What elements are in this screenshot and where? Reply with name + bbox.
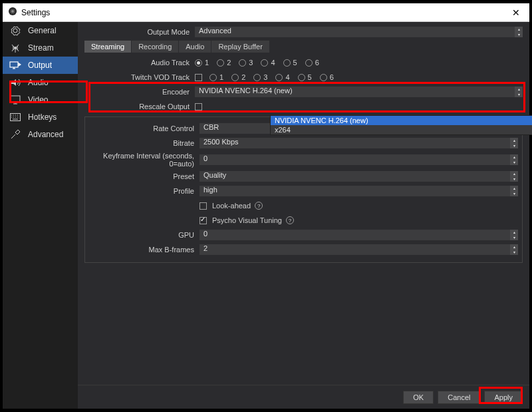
sidebar: General Stream Output Audio Video Hotkey… xyxy=(3,22,78,409)
window-title: Settings xyxy=(21,8,50,17)
twitch-vod-radio-6[interactable] xyxy=(320,74,327,81)
tab-audio[interactable]: Audio xyxy=(179,41,211,53)
help-icon[interactable]: ? xyxy=(286,216,294,224)
keyframe-label: Keyframe Interval (seconds, 0=auto) xyxy=(89,152,200,168)
sidebar-item-output[interactable]: Output xyxy=(3,57,78,74)
tab-recording[interactable]: Recording xyxy=(132,41,178,53)
ok-button[interactable]: OK xyxy=(403,391,434,404)
titlebar: Settings ✕ xyxy=(3,3,529,22)
twitch-vod-label: Twitch VOD Track xyxy=(84,73,195,81)
svg-point-2 xyxy=(11,10,14,13)
sidebar-item-general[interactable]: General xyxy=(3,22,78,39)
twitch-vod-radio-2[interactable] xyxy=(231,74,239,81)
svg-rect-5 xyxy=(10,62,18,67)
twitch-vod-enable[interactable] xyxy=(195,74,202,81)
sidebar-item-label: Audio xyxy=(28,78,49,87)
spinner-icon[interactable]: ▴▾ xyxy=(510,230,518,240)
sidebar-item-hotkeys[interactable]: Hotkeys xyxy=(3,108,78,126)
keyboard-icon xyxy=(9,111,21,123)
twitch-vod-radio-1[interactable] xyxy=(209,74,217,81)
keyframe-input[interactable]: 0▴▾ xyxy=(200,154,518,165)
audio-track-radio-3[interactable] xyxy=(239,59,246,67)
window-body: General Stream Output Audio Video Hotkey… xyxy=(3,22,529,409)
sidebar-item-label: Output xyxy=(28,61,52,70)
settings-window: Settings ✕ General Stream Output Audio xyxy=(3,3,529,409)
output-icon xyxy=(9,59,21,71)
audio-track-label: Audio Track xyxy=(84,59,195,67)
chevron-updown-icon: ▴▾ xyxy=(510,186,518,196)
tab-streaming[interactable]: Streaming xyxy=(84,41,131,53)
rescale-checkbox[interactable] xyxy=(195,103,202,110)
rescale-label: Rescale Output xyxy=(84,103,195,110)
sidebar-item-label: Advanced xyxy=(28,130,63,139)
gear-icon xyxy=(9,25,21,37)
sidebar-item-stream[interactable]: Stream xyxy=(3,39,78,57)
output-mode-label: Output Mode xyxy=(84,28,195,36)
audio-track-radio-5[interactable] xyxy=(283,59,291,67)
audio-track-radio-6[interactable] xyxy=(305,59,313,67)
output-mode-select[interactable]: Advanced ▴▾ xyxy=(195,27,523,37)
encoder-settings-panel: Rate Control CBR▴▾ Bitrate 2500 Kbps▴▾ K… xyxy=(84,116,523,263)
obs-icon xyxy=(8,7,21,19)
spinner-icon[interactable]: ▴▾ xyxy=(510,244,518,255)
sidebar-item-label: Video xyxy=(28,95,48,104)
rate-control-label: Rate Control xyxy=(89,124,200,132)
sidebar-item-label: Stream xyxy=(28,43,54,53)
bitrate-input[interactable]: 2500 Kbps▴▾ xyxy=(200,138,518,148)
monitor-icon xyxy=(9,94,21,106)
audio-track-radio-4[interactable] xyxy=(261,59,268,67)
encoder-dropdown-list: NVIDIA NVENC H.264 (new) x264 xyxy=(270,115,532,135)
preset-select[interactable]: Quality▴▾ xyxy=(200,171,518,182)
encoder-option-nvenc[interactable]: NVIDIA NVENC H.264 (new) xyxy=(271,116,532,125)
psycho-checkbox[interactable] xyxy=(200,217,207,224)
encoder-option-x264[interactable]: x264 xyxy=(271,125,532,134)
close-icon[interactable]: ✕ xyxy=(508,7,524,18)
sidebar-item-audio[interactable]: Audio xyxy=(3,74,78,91)
gpu-input[interactable]: 0▴▾ xyxy=(200,230,518,240)
content-area: Output Mode Advanced ▴▾ Streaming Record… xyxy=(78,22,529,385)
spinner-icon[interactable]: ▴▾ xyxy=(510,138,518,148)
audio-track-radio-2[interactable] xyxy=(217,59,224,67)
cancel-button[interactable]: Cancel xyxy=(438,391,480,404)
sidebar-item-video[interactable]: Video xyxy=(3,91,78,108)
apply-button[interactable]: Apply xyxy=(484,391,523,404)
spinner-icon[interactable]: ▴▾ xyxy=(510,154,518,165)
gpu-label: GPU xyxy=(89,231,200,239)
speaker-icon xyxy=(9,77,21,89)
sidebar-item-label: Hotkeys xyxy=(28,112,57,122)
output-tabs: Streaming Recording Audio Replay Buffer xyxy=(84,41,523,53)
twitch-vod-radio-5[interactable] xyxy=(298,74,305,81)
encoder-label: Encoder xyxy=(84,88,195,96)
tools-icon xyxy=(9,128,21,140)
twitch-vod-radio-3[interactable] xyxy=(253,74,261,81)
help-icon[interactable]: ? xyxy=(255,202,263,210)
lookahead-checkbox[interactable] xyxy=(200,202,207,210)
profile-select[interactable]: high▴▾ xyxy=(200,186,518,196)
main-panel: Output Mode Advanced ▴▾ Streaming Record… xyxy=(78,22,529,409)
sidebar-item-advanced[interactable]: Advanced xyxy=(3,126,78,143)
bitrate-label: Bitrate xyxy=(89,139,200,147)
max-bframes-input[interactable]: 2▴▾ xyxy=(200,244,518,255)
max-bframes-label: Max B-frames xyxy=(89,246,200,254)
antenna-icon xyxy=(9,42,21,54)
profile-label: Profile xyxy=(89,187,200,195)
lookahead-label: Look-ahead xyxy=(212,202,251,210)
sidebar-item-label: General xyxy=(28,26,57,35)
chevron-updown-icon: ▴▾ xyxy=(510,171,518,182)
encoder-select[interactable]: NVIDIA NVENC H.264 (new) ▴▾ xyxy=(195,87,523,97)
twitch-vod-radio-4[interactable] xyxy=(275,74,283,81)
dialog-footer: OK Cancel Apply xyxy=(78,385,529,409)
tab-replay-buffer[interactable]: Replay Buffer xyxy=(211,41,269,53)
chevron-updown-icon: ▴▾ xyxy=(515,87,523,97)
preset-label: Preset xyxy=(89,172,200,180)
chevron-updown-icon: ▴▾ xyxy=(515,27,523,37)
audio-track-radio-1[interactable] xyxy=(195,59,202,67)
psycho-label: Psycho Visual Tuning xyxy=(212,216,282,224)
svg-rect-8 xyxy=(11,96,20,102)
